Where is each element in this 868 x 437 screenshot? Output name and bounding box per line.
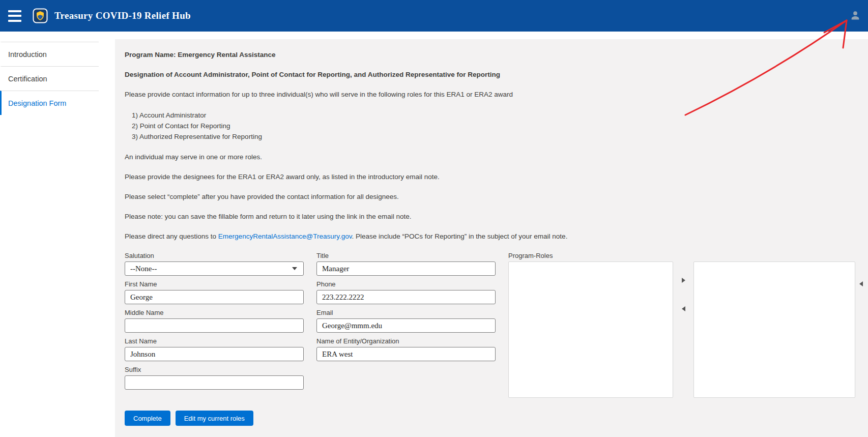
- hamburger-menu-icon[interactable]: [8, 10, 22, 22]
- questions-text: Please direct any questions to Emergency…: [125, 232, 868, 241]
- salutation-label: Salutation: [125, 252, 304, 259]
- middle-name-label: Middle Name: [125, 309, 304, 316]
- suffix-input[interactable]: [125, 375, 304, 390]
- title-input[interactable]: [316, 261, 496, 276]
- form-actions: Complete Edit my current roles: [125, 411, 868, 426]
- user-profile-icon[interactable]: [850, 10, 861, 22]
- move-left-icon[interactable]: [682, 306, 685, 311]
- app-header: Treasury COVID-19 Relief Hub: [0, 0, 868, 32]
- entity-label: Name of Entity/Organization: [316, 337, 496, 345]
- treasury-shield-logo: [33, 8, 48, 23]
- program-roles-selected-list[interactable]: [693, 261, 855, 398]
- program-name: Program Name: Emergency Rental Assistanc…: [125, 50, 868, 60]
- designation-form: Salutation --None-- First Name Middle Na…: [125, 252, 868, 398]
- sidebar: Introduction Certification Designation F…: [0, 32, 115, 437]
- email-label: Email: [316, 309, 496, 316]
- note-text: Please select “complete” after you have …: [125, 192, 868, 201]
- screen: Treasury COVID-19 Relief Hub Introductio…: [0, 0, 868, 437]
- note-text: Please provide the designees for the ERA…: [125, 172, 868, 182]
- note-text: Please note: you can save the fillable f…: [125, 212, 868, 221]
- app-title: Treasury COVID-19 Relief Hub: [54, 10, 191, 21]
- roles-list-item: 3) Authorized Representative for Reporti…: [132, 131, 868, 142]
- edit-roles-button[interactable]: Edit my current roles: [176, 411, 253, 426]
- roles-list-item: 2) Point of Contact for Reporting: [132, 121, 868, 131]
- intro-text: Please provide contact information for u…: [125, 90, 868, 99]
- content-panel: Program Name: Emergency Rental Assistanc…: [115, 39, 868, 437]
- last-name-label: Last Name: [125, 337, 304, 345]
- program-roles-dual-listbox: [508, 261, 868, 398]
- move-right-icon[interactable]: [682, 278, 685, 283]
- middle-name-input[interactable]: [125, 318, 304, 333]
- program-roles-available-list[interactable]: [508, 261, 673, 398]
- suffix-label: Suffix: [125, 366, 304, 373]
- designation-heading: Designation of Account Administrator, Po…: [125, 70, 868, 79]
- salutation-select[interactable]: --None--: [125, 261, 304, 276]
- first-name-input[interactable]: [125, 290, 304, 304]
- sidebar-item-label: Certification: [8, 75, 47, 83]
- phone-label: Phone: [316, 280, 496, 288]
- note-text: An individual may serve in one or more r…: [125, 153, 868, 162]
- roles-list-item: 1) Account Administrator: [132, 110, 868, 121]
- email-input[interactable]: [316, 318, 496, 333]
- form-column-left: Salutation --None-- First Name Middle Na…: [125, 252, 304, 398]
- salutation-value: --None--: [130, 265, 157, 273]
- roles-list: 1) Account Administrator 2) Point of Con…: [132, 110, 868, 142]
- program-roles-section: Program-Roles: [508, 252, 868, 398]
- email-link[interactable]: EmergencyRentalAssistance@Treasury.gov: [218, 232, 352, 240]
- last-name-input[interactable]: [125, 347, 304, 361]
- sidebar-item-designation-form[interactable]: Designation Form: [0, 91, 99, 115]
- dropdown-caret-icon: [292, 267, 297, 270]
- sidebar-item-introduction[interactable]: Introduction: [0, 42, 99, 66]
- program-roles-label: Program-Roles: [508, 252, 868, 259]
- title-label: Title: [316, 252, 496, 259]
- sidebar-item-certification[interactable]: Certification: [0, 66, 99, 91]
- first-name-label: First Name: [125, 280, 304, 288]
- complete-button[interactable]: Complete: [125, 411, 170, 426]
- entity-input[interactable]: [316, 347, 496, 361]
- phone-input[interactable]: [316, 290, 496, 304]
- sidebar-item-label: Introduction: [8, 50, 47, 59]
- form-column-middle: Title Phone Email Name of Entity/Organiz…: [316, 252, 496, 398]
- reorder-left-icon[interactable]: [859, 281, 863, 286]
- sidebar-item-label: Designation Form: [8, 99, 66, 107]
